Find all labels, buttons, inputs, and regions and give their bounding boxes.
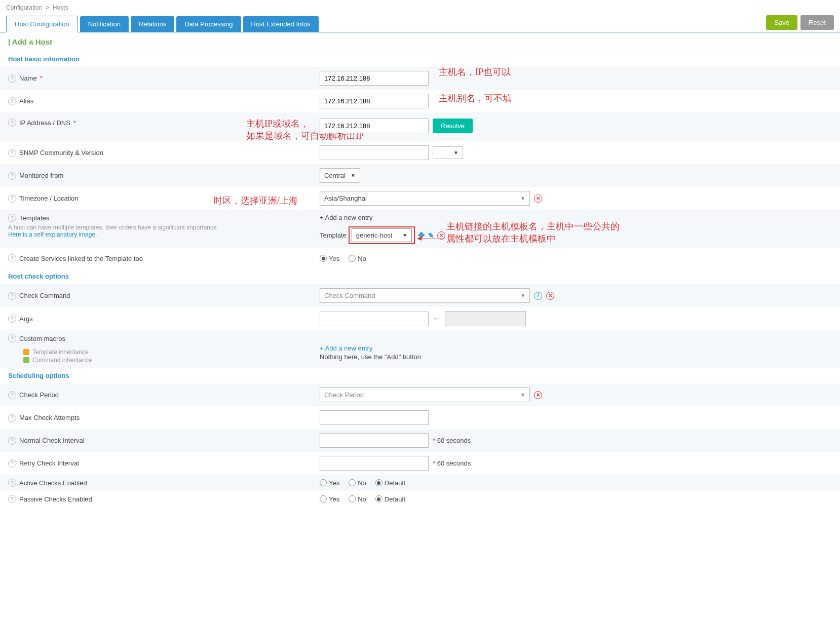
interval-suffix: * 60 seconds: [433, 459, 471, 467]
command-inheritance-label: Command inheritance: [32, 357, 92, 364]
help-icon[interactable]: ?: [8, 437, 16, 445]
help-icon[interactable]: ?: [8, 495, 16, 503]
label-templates: Templates: [19, 214, 49, 222]
help-icon[interactable]: ?: [8, 479, 16, 487]
alias-input[interactable]: [320, 94, 429, 108]
info-icon[interactable]: i: [534, 292, 542, 300]
row-alias: ? Alias 主机别名，可不填: [0, 90, 840, 112]
caret-down-icon: ▼: [520, 196, 525, 201]
row-active-checks: ? Active Checks Enabled Yes No Default: [0, 475, 840, 491]
reset-button[interactable]: Reset: [800, 15, 834, 30]
swatch-green-icon: [23, 357, 29, 363]
help-icon[interactable]: ?: [8, 391, 16, 399]
arrow-left-icon[interactable]: ←: [433, 315, 441, 323]
section-check-options: Host check options: [0, 268, 840, 284]
radio-no[interactable]: No: [349, 495, 366, 503]
breadcrumb-item[interactable]: Hosts: [53, 4, 68, 11]
caret-down-icon: ▼: [351, 173, 356, 178]
retry-interval-input[interactable]: [320, 456, 429, 471]
help-icon[interactable]: ?: [8, 334, 16, 342]
annotation-alias: 主机别名，可不填: [439, 92, 512, 104]
name-input[interactable]: [320, 71, 429, 86]
delete-icon[interactable]: ✕: [534, 195, 542, 203]
help-icon[interactable]: ?: [8, 149, 16, 157]
radio-default[interactable]: Default: [375, 495, 405, 503]
radio-no[interactable]: No: [349, 479, 366, 487]
radio-yes[interactable]: Yes: [320, 479, 339, 487]
label-active-checks: Active Checks Enabled: [19, 479, 87, 487]
template-highlight-box: generic-host▼: [349, 226, 415, 244]
radio-icon: [349, 479, 356, 486]
max-attempts-input[interactable]: [320, 410, 429, 425]
caret-down-icon: ▼: [520, 293, 525, 298]
radio-no[interactable]: No: [349, 255, 366, 262]
help-icon[interactable]: ?: [8, 195, 16, 203]
help-icon[interactable]: ?: [8, 172, 16, 180]
timezone-select[interactable]: Asia/Shanghai▼: [320, 191, 530, 206]
annotation-arrow-head: [417, 237, 422, 241]
tab-data-processing[interactable]: Data Processing: [176, 16, 241, 32]
template-select[interactable]: generic-host▼: [352, 228, 412, 242]
help-icon[interactable]: ?: [8, 414, 16, 422]
tab-host-extended-infos[interactable]: Host Extended Infos: [243, 16, 319, 32]
caret-down-icon: ▼: [402, 232, 407, 238]
annotation-name: 主机名，IP也可以: [439, 66, 511, 78]
help-icon[interactable]: ?: [8, 119, 16, 127]
radio-icon: [375, 495, 383, 502]
delete-icon[interactable]: ✕: [534, 391, 542, 399]
help-icon[interactable]: ?: [8, 97, 16, 105]
label-custom-macros: Custom macros: [19, 335, 65, 342]
templates-help-text: A host can have multiple templates, thei…: [8, 224, 320, 231]
radio-icon: [320, 255, 327, 262]
radio-icon: [349, 495, 356, 502]
help-icon[interactable]: ?: [8, 214, 16, 222]
tab-bar: Host Configuration Notification Relation…: [0, 15, 840, 32]
radio-icon: [375, 479, 383, 486]
section-scheduling: Scheduling options: [0, 368, 840, 383]
label-snmp: SNMP Community & Version: [19, 149, 103, 157]
help-icon[interactable]: ?: [8, 74, 16, 83]
check-command-select[interactable]: Check Command▼: [320, 288, 530, 303]
row-normal-interval: ? Normal Check Interval * 60 seconds: [0, 429, 840, 452]
templates-help-link[interactable]: Here is a self-explanatory image.: [8, 231, 320, 238]
help-icon[interactable]: ?: [8, 292, 16, 300]
add-macro-link[interactable]: + Add a new entry: [320, 344, 832, 352]
check-period-select[interactable]: Check Period▼: [320, 388, 530, 402]
required-icon: *: [73, 119, 76, 127]
caret-down-icon: ▼: [453, 150, 459, 156]
annotation-template2: 属性都可以放在主机模板中: [446, 232, 556, 245]
radio-icon: [320, 479, 327, 486]
help-icon[interactable]: ?: [8, 459, 16, 468]
tab-relations[interactable]: Relations: [131, 16, 174, 32]
row-create-services: ? Create Services linked to the Template…: [0, 248, 840, 268]
label-alias: Alias: [19, 97, 33, 105]
breadcrumb-sep: >: [46, 4, 49, 11]
save-button[interactable]: Save: [766, 15, 797, 30]
caret-down-icon: ▼: [520, 392, 525, 398]
radio-yes[interactable]: Yes: [320, 255, 339, 262]
tab-notification[interactable]: Notification: [80, 16, 129, 32]
label-monitored: Monitored from: [19, 172, 63, 179]
help-icon[interactable]: ?: [8, 254, 16, 262]
label-args: Args: [19, 315, 33, 323]
radio-yes[interactable]: Yes: [320, 495, 339, 503]
snmp-community-input[interactable]: [320, 145, 429, 160]
normal-interval-input[interactable]: [320, 433, 429, 448]
resolve-button[interactable]: Resolve: [433, 119, 473, 133]
monitored-select[interactable]: Central▼: [320, 168, 360, 183]
row-name: ? Name * 主机名，IP也可以: [0, 67, 840, 90]
tab-host-configuration[interactable]: Host Configuration: [6, 16, 78, 32]
radio-default[interactable]: Default: [375, 479, 405, 487]
label-check-command: Check Command: [19, 292, 70, 299]
args-input[interactable]: [320, 312, 429, 326]
required-icon: *: [40, 74, 43, 82]
help-icon[interactable]: ?: [8, 315, 16, 323]
breadcrumb-item[interactable]: Configuration: [6, 4, 42, 11]
label-max-attempts: Max Check Attempts: [19, 414, 80, 421]
radio-icon: [349, 255, 356, 262]
ip-input[interactable]: [320, 119, 429, 133]
snmp-version-select[interactable]: ▼: [433, 146, 463, 159]
template-inheritance-label: Template inheritance: [32, 348, 89, 356]
delete-icon[interactable]: ✕: [546, 292, 554, 300]
label-ip: IP Address / DNS: [19, 119, 70, 127]
